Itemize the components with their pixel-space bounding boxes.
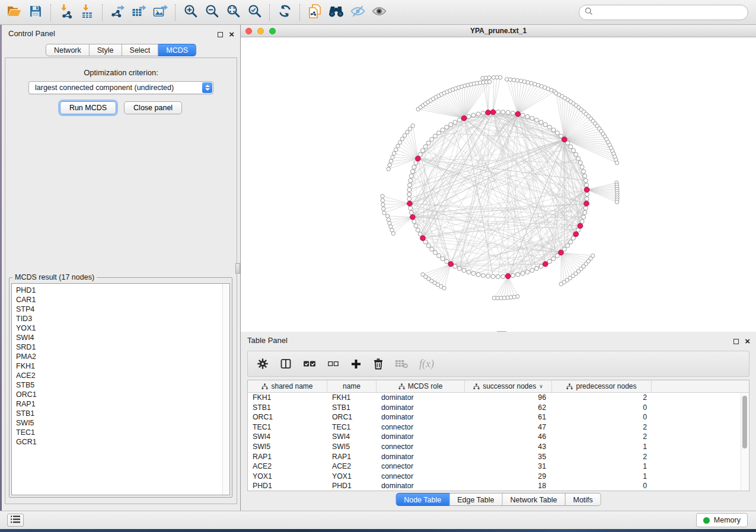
deselect-all-icon[interactable] — [327, 359, 339, 368]
show-eye-icon — [371, 5, 387, 20]
tab-edge-table[interactable]: Edge Table — [449, 493, 502, 506]
clone-network-button[interactable] — [304, 2, 326, 23]
close-panel-button[interactable]: Close panel — [124, 101, 182, 114]
table-cell: 2 — [552, 393, 652, 403]
mcds-result-item[interactable]: ACE2 — [16, 371, 229, 380]
column-header-shared-name[interactable]: shared name — [248, 380, 327, 392]
column-header-name[interactable]: name — [327, 380, 377, 392]
mcds-result-item[interactable]: TID3 — [16, 314, 229, 323]
save-button[interactable] — [25, 2, 46, 23]
table-row[interactable]: PHD1PHD1dominator180 — [248, 481, 749, 491]
table-cell: ORC1 — [248, 412, 327, 422]
zoom-out-button[interactable] — [201, 2, 222, 23]
criterion-dropdown[interactable]: largest connected component (undirected) — [28, 81, 213, 94]
table-row[interactable]: ACE2ACE2connector311 — [248, 462, 749, 472]
tab-mcds[interactable]: MCDS — [158, 44, 196, 56]
tab-network[interactable]: Network — [46, 44, 90, 56]
import-network-button[interactable] — [55, 2, 76, 23]
mcds-result-item[interactable]: GCR1 — [16, 437, 229, 447]
hide-eye-button[interactable] — [347, 2, 368, 23]
tab-motifs[interactable]: Motifs — [565, 493, 601, 506]
refresh-button[interactable] — [274, 2, 295, 23]
select-all-icon[interactable] — [303, 358, 316, 369]
table-row[interactable]: SWI4SWI4dominator462 — [248, 432, 749, 442]
table-cell: 29 — [465, 472, 552, 482]
column-header-mcds-role[interactable]: MCDS role — [377, 380, 465, 392]
export-image-button[interactable] — [149, 2, 171, 23]
network-canvas[interactable] — [241, 37, 756, 332]
mcds-result-item[interactable]: STB1 — [16, 409, 229, 418]
maximize-window-icon[interactable] — [269, 28, 276, 34]
mcds-result-item[interactable]: STP4 — [16, 305, 229, 314]
run-mcds-button[interactable]: Run MCDS — [60, 101, 116, 114]
column-label: name — [343, 382, 361, 390]
table-scrollbar-thumb[interactable] — [742, 396, 747, 448]
zoom-in-icon — [183, 4, 198, 21]
zoom-selected-button[interactable] — [244, 2, 265, 23]
table-row[interactable]: SWI5SWI5connector431 — [248, 442, 749, 452]
table-cell: 1 — [552, 442, 652, 452]
mcds-result-item[interactable]: SWI5 — [16, 418, 229, 428]
zoom-in-button[interactable] — [180, 2, 201, 23]
mcds-result-item[interactable]: RAP1 — [16, 399, 229, 409]
network-graph[interactable] — [241, 37, 756, 332]
binoculars-button[interactable] — [326, 2, 347, 23]
desktop-edge-bottom — [0, 529, 756, 532]
mcds-result-item[interactable]: YOX1 — [16, 323, 229, 333]
table-panel: Table Panel × f(x) shared namenameMCDS r… — [241, 332, 756, 511]
tab-node-table[interactable]: Node Table — [395, 493, 449, 506]
table-row[interactable]: TEC1TEC1connector472 — [248, 422, 749, 432]
table-cell: ACE2 — [327, 462, 377, 472]
close-table-panel-icon[interactable]: × — [745, 338, 750, 344]
list-icon — [11, 515, 20, 525]
mcds-result-list[interactable]: PHD1CAR1STP4TID3YOX1SWI4SRD1PMA2FKH1ACE2… — [11, 283, 230, 495]
result-list-scrollbar[interactable] — [222, 284, 229, 495]
table-cell: SWI4 — [248, 432, 327, 442]
close-panel-icon[interactable]: × — [229, 31, 234, 37]
add-row-icon[interactable] — [350, 358, 362, 370]
mcds-result-item[interactable]: PHD1 — [16, 286, 229, 295]
float-table-panel-icon[interactable] — [733, 336, 739, 347]
zoom-fit-button[interactable] — [222, 2, 244, 23]
show-eye-button[interactable] — [368, 2, 390, 23]
table-row[interactable]: YOX1YOX1connector291 — [248, 472, 749, 482]
table-row[interactable]: RAP1RAP1dominator352 — [248, 452, 749, 462]
table-cell: ORC1 — [327, 412, 377, 422]
gear-icon[interactable] — [257, 358, 269, 370]
table-body: FKH1FKH1dominator962STB1STB1dominator620… — [248, 393, 749, 491]
tab-network-table[interactable]: Network Table — [503, 493, 566, 506]
vertical-splitter-handle[interactable] — [235, 263, 240, 274]
float-panel-icon[interactable] — [218, 29, 223, 40]
column-header-predecessor-nodes[interactable]: predecessor nodes — [552, 380, 652, 392]
mcds-result-item[interactable]: SWI4 — [16, 333, 229, 342]
mcds-result-item[interactable]: STB5 — [16, 380, 229, 390]
mcds-result-item[interactable]: PMA2 — [16, 352, 229, 361]
delete-row-icon[interactable] — [373, 358, 384, 370]
mcds-result-item[interactable]: SRD1 — [16, 342, 229, 352]
export-table-button[interactable] — [128, 2, 149, 23]
export-network-button[interactable] — [107, 2, 128, 23]
tab-style[interactable]: Style — [90, 44, 122, 56]
open-folder-button[interactable] — [4, 2, 25, 23]
search-icon — [585, 7, 593, 18]
table-row[interactable]: STB1STB1dominator620 — [248, 403, 749, 413]
table-row[interactable]: ORC1ORC1dominator610 — [248, 412, 749, 422]
table-cell: TEC1 — [327, 422, 377, 432]
table-row[interactable]: FKH1FKH1dominator962 — [248, 393, 749, 403]
mcds-result-item[interactable]: ORC1 — [16, 390, 229, 399]
tab-select[interactable]: Select — [122, 44, 159, 56]
mcds-result-item[interactable]: FKH1 — [16, 361, 229, 371]
column-header-successor-nodes[interactable]: successor nodes∨ — [465, 380, 552, 392]
memory-button[interactable]: Memory — [696, 513, 748, 527]
columns-icon[interactable] — [280, 358, 292, 370]
column-header-filler — [652, 380, 749, 392]
table-cell: dominator — [377, 393, 465, 403]
mcds-result-item[interactable]: TEC1 — [16, 428, 229, 437]
search-input[interactable] — [596, 7, 748, 18]
mcds-result-item[interactable]: CAR1 — [16, 295, 229, 305]
minimize-window-icon[interactable] — [257, 28, 264, 34]
close-window-icon[interactable] — [245, 28, 252, 34]
import-table-button[interactable] — [76, 2, 98, 23]
task-history-button[interactable] — [7, 514, 24, 527]
table-scrollbar[interactable] — [741, 393, 748, 490]
